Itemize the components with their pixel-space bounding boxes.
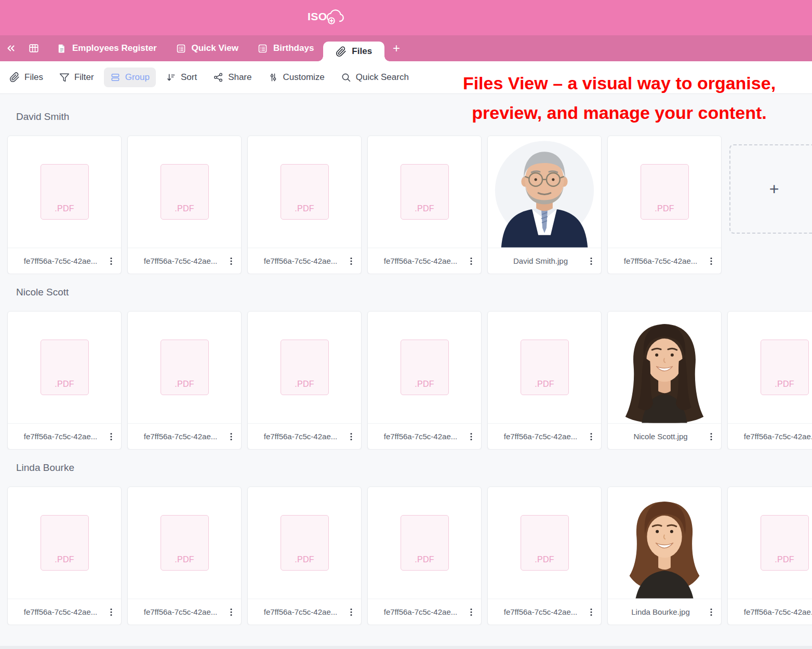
file-card[interactable]: .PDF fe7ff56a-7c5c-42ae... [367,486,482,625]
chevrons-left-icon [5,43,17,54]
file-name: fe7ff56a-7c5c-42ae... [495,432,586,441]
kebab-menu-icon[interactable] [346,607,356,617]
kebab-menu-icon[interactable] [226,431,236,442]
toolbar-item-label: Files [24,72,43,83]
toolbar-share-button[interactable]: Share [207,67,258,87]
file-card[interactable]: .PDF fe7ff56a-7c5c-42ae... [607,136,722,274]
tab-quick-view[interactable]: Quick View [166,35,248,61]
file-name: fe7ff56a-7c5c-42ae... [255,432,346,441]
kebab-menu-icon[interactable] [586,431,596,442]
file-name: fe7ff56a-7c5c-42ae... [255,256,346,265]
file-card[interactable]: .PDF fe7ff56a-7c5c-42ae... [727,311,812,450]
file-card[interactable]: .PDF fe7ff56a-7c5c-42ae... [487,486,602,625]
pdf-label: .PDF [55,380,74,389]
kebab-menu-icon[interactable] [706,431,716,442]
view-tab-bar: Employees Register Quick View Birthdays … [0,35,812,61]
add-file-card[interactable]: + [729,144,812,234]
pdf-label: .PDF [55,204,74,213]
file-preview: .PDF [8,312,121,423]
file-card[interactable]: Nicole Scott.jpg [607,311,722,450]
file-preview [608,312,721,423]
kebab-menu-icon[interactable] [466,607,476,617]
file-card[interactable]: .PDF fe7ff56a-7c5c-42ae... [247,486,362,625]
group-header-linda-bourke: Linda Bourke [16,462,812,474]
table-view-button[interactable] [28,43,39,54]
file-card[interactable]: .PDF fe7ff56a-7c5c-42ae... [127,136,242,274]
kebab-menu-icon[interactable] [226,256,236,266]
card-footer: David Smith.jpg [488,248,601,274]
file-card[interactable]: .PDF fe7ff56a-7c5c-42ae... [247,311,362,450]
tab-files[interactable]: Files [323,42,384,61]
file-card[interactable]: Linda Bourke.jpg [607,486,722,625]
toolbar-sort-button[interactable]: Sort [159,67,203,87]
file-name: fe7ff56a-7c5c-42ae... [135,607,226,616]
pdf-file-icon: .PDF [761,515,809,571]
file-group: Nicole Scott .PDF fe7ff56a-7c5c-42ae... … [0,287,812,450]
file-card[interactable]: .PDF fe7ff56a-7c5c-42ae... [127,311,242,450]
photo-linda-bourke [608,487,721,599]
card-footer: fe7ff56a-7c5c-42ae... [488,599,601,625]
file-card[interactable]: .PDF fe7ff56a-7c5c-42ae... [727,486,812,625]
toolbar-files-button[interactable]: Files [3,67,49,87]
file-card[interactable]: .PDF fe7ff56a-7c5c-42ae... [7,311,122,450]
file-card[interactable]: .PDF fe7ff56a-7c5c-42ae... [487,311,602,450]
document-icon [56,43,67,54]
tab-birthdays[interactable]: Birthdays [248,35,323,61]
kebab-menu-icon[interactable] [106,607,116,617]
card-row: .PDF fe7ff56a-7c5c-42ae... .PDF fe7ff56a… [0,136,812,274]
pdf-file-icon: .PDF [41,340,89,395]
pdf-file-icon: .PDF [161,515,209,571]
file-preview: .PDF [728,312,812,423]
tab-label: Files [352,46,372,57]
add-view-button[interactable]: + [393,42,400,55]
tab-employees-register[interactable]: Employees Register [47,35,166,61]
toolbar-customize-button[interactable]: Customize [262,67,331,87]
card-footer: fe7ff56a-7c5c-42ae... [128,423,241,449]
file-name: fe7ff56a-7c5c-42ae... [735,432,812,441]
card-row: .PDF fe7ff56a-7c5c-42ae... .PDF fe7ff56a… [0,486,812,625]
file-card[interactable]: .PDF fe7ff56a-7c5c-42ae... [7,486,122,625]
file-card[interactable]: .PDF fe7ff56a-7c5c-42ae... [127,486,242,625]
pdf-label: .PDF [775,380,794,389]
card-footer: Linda Bourke.jpg [608,599,721,625]
kebab-menu-icon[interactable] [706,607,716,617]
kebab-menu-icon[interactable] [106,431,116,442]
file-card[interactable]: .PDF fe7ff56a-7c5c-42ae... [367,136,482,274]
file-card[interactable]: .PDF fe7ff56a-7c5c-42ae... [367,311,482,450]
kebab-menu-icon[interactable] [226,607,236,617]
file-card[interactable]: .PDF fe7ff56a-7c5c-42ae... [7,136,122,274]
kebab-menu-icon[interactable] [586,256,596,266]
kebab-menu-icon[interactable] [106,256,116,266]
view-toolbar: Files Filter Group Sort Share Customize … [0,61,812,94]
toolbar-group-button[interactable]: Group [104,67,156,87]
pdf-label: .PDF [655,204,674,213]
kebab-menu-icon[interactable] [586,607,596,617]
kebab-menu-icon[interactable] [466,431,476,442]
file-name: fe7ff56a-7c5c-42ae... [15,256,106,265]
share-icon [213,72,223,83]
pdf-label: .PDF [175,555,194,564]
file-card[interactable]: David Smith.jpg [487,136,602,274]
pdf-file-icon: .PDF [161,340,209,395]
collapse-sidebar-button[interactable] [5,43,17,54]
file-name: fe7ff56a-7c5c-42ae... [135,256,226,265]
file-name: Linda Bourke.jpg [615,607,706,616]
file-card[interactable]: .PDF fe7ff56a-7c5c-42ae... [247,136,362,274]
file-preview: .PDF [368,312,481,423]
toolbar-filter-button[interactable]: Filter [53,67,100,87]
app-window: ISO Employees Register Quick View Birthd… [0,0,812,649]
file-preview: .PDF [608,136,721,248]
kebab-menu-icon[interactable] [466,256,476,266]
horizontal-scrollbar[interactable] [0,646,812,649]
kebab-menu-icon[interactable] [346,431,356,442]
pdf-file-icon: .PDF [161,164,209,220]
kebab-menu-icon[interactable] [706,256,716,266]
toolbar-quick-search-button[interactable]: Quick Search [335,67,415,87]
pdf-label: .PDF [535,380,554,389]
file-preview: .PDF [488,312,601,423]
sort-icon [166,72,176,83]
card-footer: fe7ff56a-7c5c-42ae... [488,423,601,449]
pdf-file-icon: .PDF [281,515,329,571]
kebab-menu-icon[interactable] [346,256,356,266]
card-footer: fe7ff56a-7c5c-42ae... [368,599,481,625]
